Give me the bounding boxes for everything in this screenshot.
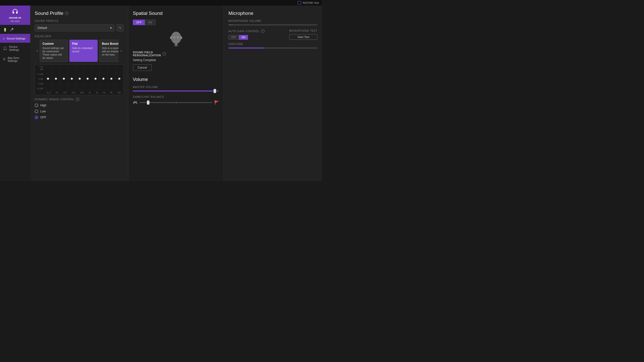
svg-rect-25 [175, 43, 178, 46]
sidebar-logo: INZONE H5 WH-G500 [0, 6, 30, 25]
sidebar-item-sound-settings[interactable]: ♪ Sound Settings [0, 34, 30, 43]
sidebar-item-app-sync[interactable]: ⠿ App Sync Settings [0, 54, 30, 65]
cancel-button[interactable]: Cancel [133, 64, 152, 71]
spatial-on-button[interactable]: ON [145, 20, 155, 25]
sound-profile-dropdown[interactable]: Default ▾ [35, 24, 114, 31]
master-volume-label: MASTER VOLUME [133, 86, 219, 88]
gamepad-icon: 🎮 [133, 100, 138, 105]
dropdown-value: Default [37, 26, 47, 30]
volume-section: Volume MASTER VOLUME GAME/CHAT BALANCE 🎮… [133, 77, 219, 105]
eq-next-button[interactable]: › [118, 43, 124, 58]
mic-volume-label: MICROPHONE VOLUME [228, 20, 317, 22]
eq-label-neg6: -6 dB [36, 82, 43, 85]
svg-point-19 [87, 78, 89, 80]
drc-help-icon[interactable]: ? [76, 98, 79, 101]
eq-card-bass-boost[interactable]: Bass Boost Sets to a sound with an empha… [99, 40, 118, 62]
headphone-logo-icon [11, 8, 19, 16]
mic-volume-slider[interactable] [228, 24, 317, 25]
spatial-title: Spatial Sound [133, 11, 219, 16]
game-chat-label: GAME/CHAT BALANCE [133, 96, 219, 98]
spatial-toggle-row: OFF ON [133, 20, 219, 25]
eq-y-labels: +12 dB +6 dB 0 dB -6 dB -12 dB [35, 65, 44, 90]
svg-point-15 [55, 78, 57, 80]
master-volume-thumb[interactable] [214, 89, 216, 93]
svg-point-14 [47, 78, 49, 80]
edit-profile-button[interactable]: ✎ [116, 24, 124, 31]
auto-gain-label: AUTO GAIN CONTROL [228, 30, 260, 33]
svg-point-20 [95, 78, 97, 80]
drc-high-label: High [40, 104, 47, 107]
eq-label-0: 0 dB [36, 78, 43, 80]
sound-profile-help-icon[interactable]: ? [65, 12, 68, 15]
sound-field-title: SOUND FIELDPERSONALIZATION [133, 51, 161, 57]
svg-point-16 [63, 78, 65, 80]
eq-graph-area [44, 65, 123, 90]
eq-card-custom[interactable]: Custom Sound settings can be customized.… [40, 40, 68, 62]
volume-title: Volume [133, 77, 219, 82]
drc-low-radio[interactable] [35, 110, 38, 113]
mic-mute-icon: 🎤 [10, 28, 14, 32]
drc-off-option[interactable]: OFF [35, 116, 124, 119]
sidebar-item-sound-label: Sound Settings [7, 37, 26, 40]
game-chat-slider[interactable] [140, 102, 212, 103]
mic-test-label: MICROPHONE TEST [289, 29, 317, 32]
sidebar-item-app-label: App Sync Settings [8, 56, 27, 62]
drc-radio-group: High Low OFF [35, 104, 124, 119]
equalizer-label: EQUALIZER [35, 35, 124, 38]
sound-profile-section-label: SOUND PROFILE [35, 20, 124, 22]
drc-low-label: Low [40, 110, 46, 113]
sidebar: INZONE H5 WH-G500 🔋 🎤 ♪ Sound Settings 🎧… [0, 6, 30, 181]
svg-point-27 [177, 36, 179, 38]
sound-field-section: SOUND FIELDPERSONALIZATION ? Setting Com… [133, 51, 219, 71]
panel-sound-profile: Sound Profile ? SOUND PROFILE Default ▾ … [30, 6, 128, 181]
sidebar-item-device-settings[interactable]: 🎧 Device Settings [0, 43, 30, 54]
drc-high-option[interactable]: High [35, 104, 124, 107]
sound-field-help-icon[interactable]: ? [163, 52, 166, 56]
eq-graph: +12 dB +6 dB 0 dB -6 dB -12 dB [35, 65, 124, 95]
eq-card-custom-desc: Sound settings can be customized. These … [43, 47, 65, 60]
eq-card-flat[interactable]: Flat Sets to a standard sound. [69, 40, 98, 62]
svg-point-24 [171, 32, 181, 44]
eq-card-custom-title: Custom [43, 42, 65, 46]
balance-thumb[interactable] [147, 101, 149, 105]
eq-card-flat-title: Flat [72, 42, 95, 46]
titlebar-brand: INZONE Hub [298, 1, 319, 5]
mic-volume-fill [228, 24, 233, 25]
master-volume-slider[interactable] [133, 90, 219, 92]
auto-gain-left: AUTO GAIN CONTROL ? OFF ON [228, 29, 265, 40]
drc-off-radio[interactable] [35, 116, 38, 119]
sidebar-nav: 🔋 🎤 ♪ Sound Settings 🎧 Device Settings ⠿… [0, 25, 30, 66]
balance-center-tick [176, 101, 176, 104]
sidetone-slider[interactable] [228, 48, 317, 49]
app-body: INZONE H5 WH-G500 🔋 🎤 ♪ Sound Settings 🎧… [0, 6, 322, 181]
auto-gain-label-row: AUTO GAIN CONTROL ? [228, 29, 265, 33]
svg-point-17 [71, 78, 73, 80]
auto-gain-off-button[interactable]: OFF [228, 35, 239, 40]
battery-icon: 🔋 [3, 28, 7, 32]
setting-complete-text: Setting Complete [133, 58, 219, 62]
eq-label-neg12: -12 dB [36, 87, 43, 90]
chevron-down-icon: ▾ [110, 26, 112, 30]
drc-label: DYNAMIC RANGE CONTROL [35, 98, 74, 101]
sound-field-label-row: SOUND FIELDPERSONALIZATION ? [133, 51, 219, 57]
drc-low-option[interactable]: Low [35, 110, 124, 113]
eq-label-6: +6 dB [36, 73, 43, 75]
eq-prev-button[interactable]: ‹ [35, 43, 40, 58]
inzone-logo-icon [298, 1, 301, 5]
svg-point-21 [102, 78, 104, 80]
sidebar-item-device-label: Device Settings [9, 45, 27, 51]
auto-gain-toggle: OFF ON [228, 35, 265, 40]
sidetone-label: SIDETONE [228, 43, 317, 46]
music-icon: ♪ [3, 36, 5, 40]
auto-gain-help-icon[interactable]: ? [261, 29, 265, 33]
drc-section: DYNAMIC RANGE CONTROL ? High Low OFF [35, 98, 124, 119]
start-test-button[interactable]: Start Test [289, 34, 317, 40]
svg-point-18 [79, 78, 81, 80]
drc-off-label: OFF [40, 116, 46, 119]
drc-high-radio[interactable] [35, 104, 38, 107]
head-model-svg [169, 30, 184, 48]
spatial-off-button[interactable]: OFF [133, 20, 145, 25]
eq-cards-wrapper: ‹ Custom Sound settings can be customize… [35, 40, 124, 62]
eq-label-12: +12 dB [36, 66, 43, 71]
auto-gain-on-button[interactable]: ON [239, 35, 248, 40]
